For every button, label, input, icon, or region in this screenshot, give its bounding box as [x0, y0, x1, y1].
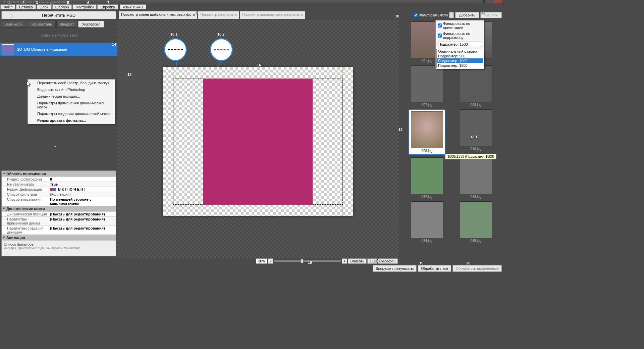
- pv-maskcreate[interactable]: (Нажать для редактирования): [49, 226, 116, 235]
- subsize-opt-original[interactable]: Оригинальный размер: [437, 49, 483, 54]
- close-icon[interactable]: [494, 0, 502, 3]
- zoom-out-button[interactable]: -: [268, 258, 273, 264]
- filter-photo-checkbox[interactable]: [414, 13, 418, 17]
- filter-popup: Фильтровать по ориентации Фильтровать по…: [435, 20, 484, 69]
- thumb-img-icon: [411, 201, 443, 238]
- zoom-fit-button[interactable]: Вписать: [348, 258, 367, 264]
- thumb-010[interactable]: 010.jpg: [458, 109, 494, 155]
- thumb-035[interactable]: 035.jpg: [458, 201, 494, 243]
- view-layers-button[interactable]: Просмотр слоев шаблона и тестовых фото: [119, 11, 197, 19]
- add-button[interactable]: Добавить: [455, 12, 479, 18]
- black-dash-icon: [168, 49, 183, 50]
- pv-maskapply[interactable]: (Нажать для редактирования): [49, 217, 116, 226]
- pn-maskcreate: Параметры создания динамич: [2, 226, 49, 235]
- subsize-opt-1500[interactable]: Подразмер: 1500: [437, 63, 483, 68]
- orient-square-button[interactable]: Квадрат: [56, 21, 78, 28]
- minimize-icon[interactable]: [475, 0, 484, 3]
- zoom-bar: - + Вписать 1:1 Телефон: [117, 258, 399, 264]
- zoom-phone-button[interactable]: Телефон: [378, 258, 398, 264]
- zoom-1to1-button[interactable]: 1:1: [367, 258, 377, 264]
- view-prev-result-button[interactable]: Просмотр предыдущего результата: [240, 11, 305, 19]
- filter-orient-checkbox[interactable]: [438, 23, 442, 28]
- prop-desc-sub: Фильтры, применяемые к данной области вп…: [4, 246, 114, 250]
- pn-fitmode: Способ вписывания: [2, 197, 49, 206]
- layer-thumbnail-icon: [2, 44, 14, 54]
- thumb-img-icon: [460, 201, 492, 238]
- orient-horizontal-button[interactable]: Горизонталь: [27, 21, 56, 28]
- pv-noenlarge[interactable]: True: [49, 182, 116, 187]
- menu-insert[interactable]: Вставка: [16, 4, 36, 9]
- zoom-thumb-icon[interactable]: [301, 259, 304, 263]
- left-panel: Вертикаль Горизонталь Квадрат Универсал …: [0, 20, 117, 272]
- thumb-007[interactable]: 007.jpg: [409, 65, 445, 107]
- delete-button[interactable]: Удалить: [480, 12, 502, 18]
- subsize-opt-500[interactable]: Подразмер: 500: [437, 54, 483, 58]
- pn-maskapply: Параметры применения динам: [2, 217, 49, 226]
- filter-dropdown-button[interactable]: [449, 12, 454, 18]
- magnifier-red-dashes: [210, 38, 233, 61]
- thumb-009-selected[interactable]: 009.jpg: [409, 109, 445, 155]
- menubar: Файл Вставка Слой Шаблон Настройки Справ…: [0, 4, 503, 10]
- zoom-in-button[interactable]: +: [342, 258, 347, 264]
- window-title: Инструкция шаблона Pro 14.3.0.0 - Безымя…: [0, 0, 70, 4]
- ctx-edit-filters[interactable]: Редактировать фильтры...: [28, 117, 115, 124]
- thumb-img-icon: [411, 111, 443, 148]
- magnifier-black-dashes: [164, 38, 187, 61]
- filter-subsize-checkbox[interactable]: [438, 34, 442, 38]
- thumb-img-icon: [460, 109, 492, 146]
- pg-anim[interactable]: Анимация: [2, 235, 116, 240]
- pv-deform[interactable]: В К Л Ю Ч Е Н !: [49, 187, 116, 192]
- orient-vertical-button[interactable]: Вертикаль: [1, 21, 26, 28]
- pv-index[interactable]: 0: [49, 177, 116, 182]
- process-selected-button[interactable]: Обработать выделенные: [452, 265, 502, 272]
- ctx-mask-create-params[interactable]: Параметры создания динамической маски: [28, 110, 115, 117]
- orient-universal-button[interactable]: Универсал: [78, 21, 104, 28]
- maximize-icon[interactable]: [484, 0, 493, 3]
- pn-dynpos: Динамическая позиция: [2, 212, 49, 216]
- thumb-img-icon: [460, 157, 492, 194]
- menu-template[interactable]: Шаблон: [52, 4, 72, 9]
- photo-tooltip: 1000x1333 (Подразмер: 1500): [445, 154, 496, 159]
- export-results-button[interactable]: Выгрузить результаты: [373, 265, 417, 272]
- layer-row-selected[interactable]: SQ_DM Область вписывания: [0, 43, 117, 56]
- thumb-032[interactable]: 032.jpg: [409, 157, 445, 199]
- filter-subsize-label: Фильтровать по подразмеру: [443, 32, 482, 40]
- thumb-034[interactable]: 034.jpg: [409, 201, 445, 243]
- pv-fitmode[interactable]: По меньшей стороне с кадрированием: [49, 197, 116, 206]
- zoom-slider[interactable]: [274, 260, 341, 262]
- subsize-opt-1000[interactable]: Подразмер: 1000: [437, 58, 483, 63]
- menu-file[interactable]: Файл: [0, 4, 15, 9]
- menu-settings[interactable]: Настройки: [72, 4, 97, 9]
- menu-layer[interactable]: Слой: [37, 4, 52, 9]
- pg-area[interactable]: Область вписывания: [2, 171, 116, 177]
- ctx-mask-apply-params[interactable]: Параметры применения динамических масок.…: [28, 100, 115, 110]
- pv-dynpos[interactable]: (Нажать для редактирования): [49, 212, 116, 216]
- menu-language[interactable]: Язык: ru-RU: [120, 4, 146, 9]
- subsize-combo[interactable]: Подразмер: 1500: [438, 42, 482, 47]
- canvas-background[interactable]: [117, 20, 399, 264]
- thumb-008[interactable]: 008.jpg: [458, 65, 494, 107]
- ctx-reread-layer[interactable]: Перечитать слой (растр, блендинг, маску): [28, 80, 115, 86]
- thumb-img-icon: [411, 157, 443, 194]
- zoom-input[interactable]: [256, 258, 267, 264]
- context-menu: Перечитать слой (растр, блендинг, маску)…: [28, 79, 115, 124]
- process-all-button[interactable]: Обработать все: [418, 265, 451, 272]
- reread-psd-button[interactable]: Перечитать PSD: [1, 11, 116, 19]
- view-result-button[interactable]: Просмотр результата: [198, 11, 239, 19]
- photo-placeholder[interactable]: [203, 79, 313, 205]
- pg-masks[interactable]: Динамические маски: [2, 206, 116, 211]
- pn-noenlarge: Не увеличивать: [2, 182, 49, 187]
- subsize-list: Оригинальный размер Подразмер: 500 Подра…: [436, 49, 483, 68]
- deform-swatch-icon: [50, 188, 56, 191]
- document-canvas[interactable]: [163, 67, 353, 216]
- ctx-dynamic-position[interactable]: Динамическая позиция...: [28, 93, 115, 100]
- ctx-select-in-ps[interactable]: Выделить слой в Photoshop: [28, 86, 115, 93]
- pv-filters[interactable]: (Коллекция): [49, 192, 116, 197]
- prop-desc-title: Список фильтров: [4, 242, 114, 246]
- thumb-033[interactable]: 033.jpg: [458, 157, 494, 199]
- red-dash-icon: [214, 49, 229, 50]
- filter-photo-label: Фильтровать Фото: [419, 13, 448, 17]
- bottom-bar: Выгрузить результаты Обработать все Обра…: [117, 264, 503, 272]
- pn-deform: Режим Деформации: [2, 187, 49, 192]
- menu-help[interactable]: Справка: [97, 4, 118, 9]
